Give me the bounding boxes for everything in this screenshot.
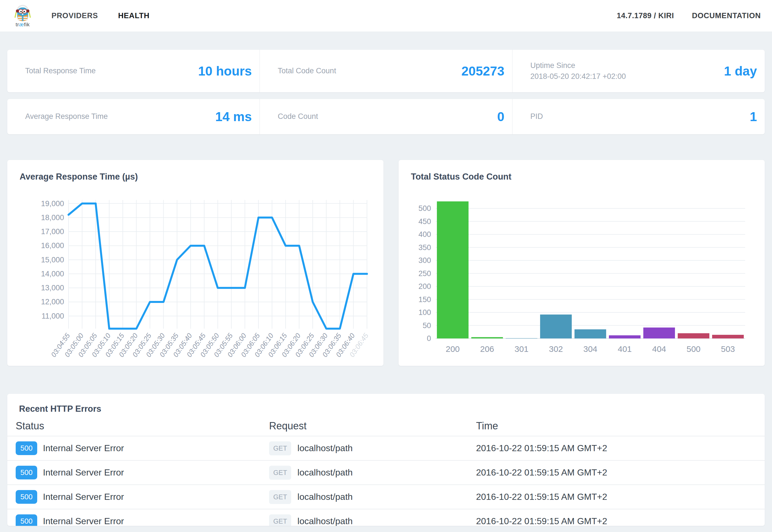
svg-text:17,000: 17,000 — [41, 227, 64, 236]
stat-label: Code Count — [278, 111, 318, 122]
request-path: localhost/path — [297, 516, 352, 526]
recent-http-errors-card: Recent HTTP Errors Status Request Time 5… — [7, 394, 765, 526]
http-method-badge: GET — [269, 441, 291, 455]
status-code-count-title: Total Status Code Count — [411, 172, 752, 182]
error-status-cell: 500 Internal Server Error — [16, 466, 269, 479]
stat-value: 1 — [750, 109, 757, 124]
column-header-request: Request — [269, 420, 476, 432]
svg-text:350: 350 — [418, 243, 431, 252]
error-time: 2016-10-22 01:59:15 AM GMT+2 — [476, 467, 765, 478]
error-status-cell: 500 Internal Server Error — [16, 490, 269, 504]
svg-text:11,000: 11,000 — [41, 312, 64, 320]
error-request-cell: GET localhost/path — [269, 490, 476, 504]
svg-text:250: 250 — [418, 269, 431, 278]
column-header-status: Status — [16, 420, 269, 432]
documentation-link[interactable]: DOCUMENTATION — [692, 11, 761, 20]
svg-text:450: 450 — [418, 217, 431, 226]
avg-response-time-card: Average Response Time (µs) 11,00012,0001… — [7, 160, 383, 366]
error-request-cell: GET localhost/path — [269, 441, 476, 455]
svg-text:200: 200 — [446, 344, 460, 354]
svg-text:0: 0 — [427, 334, 431, 343]
stats-row-2: Average Response Time 14 ms Code Count 0… — [7, 99, 765, 134]
stat-label: PID — [530, 111, 543, 122]
stat-total-response-time: Total Response Time 10 hours — [7, 50, 260, 92]
stat-label: Total Response Time — [25, 65, 96, 76]
svg-text:15,000: 15,000 — [41, 256, 64, 264]
stat-label: Total Code Count — [278, 65, 336, 76]
error-time: 2016-10-22 01:59:15 AM GMT+2 — [476, 492, 765, 502]
version-label: 14.7.1789 / KIRI — [617, 11, 674, 20]
stat-value: 0 — [497, 109, 504, 124]
stat-value: 1 day — [724, 63, 757, 79]
charts-row: Average Response Time (µs) 11,00012,0001… — [7, 160, 765, 366]
nav-right: 14.7.1789 / KIRI DOCUMENTATION — [617, 11, 761, 20]
status-code-badge: 500 — [16, 441, 37, 455]
stat-label: Average Response Time — [25, 111, 108, 122]
svg-text:200: 200 — [418, 282, 431, 291]
errors-table-header: Status Request Time — [7, 416, 765, 436]
stat-total-code-count: Total Code Count 205273 — [260, 50, 512, 92]
http-method-badge: GET — [269, 514, 291, 526]
svg-text:301: 301 — [514, 344, 528, 354]
error-message: Internal Server Error — [43, 443, 124, 453]
svg-text:404: 404 — [652, 344, 666, 354]
request-path: localhost/path — [297, 492, 352, 502]
svg-text:300: 300 — [418, 256, 431, 265]
error-row: 500 Internal Server Error GET localhost/… — [7, 436, 765, 460]
error-message: Internal Server Error — [43, 467, 124, 478]
request-path: localhost/path — [297, 467, 352, 478]
svg-text:503: 503 — [721, 344, 735, 354]
svg-text:12,000: 12,000 — [41, 298, 64, 306]
navbar: træfik PROVIDERS HEALTH 14.7.1789 / KIRI… — [0, 0, 772, 32]
svg-text:400: 400 — [418, 230, 431, 239]
error-row: 500 Internal Server Error GET localhost/… — [7, 460, 765, 484]
recent-http-errors-title: Recent HTTP Errors — [7, 404, 765, 414]
error-row: 500 Internal Server Error GET localhost/… — [7, 484, 765, 509]
status-code-bar-chart: 0501001502002503003504004505002002063013… — [411, 193, 752, 359]
error-time: 2016-10-22 01:59:15 AM GMT+2 — [476, 516, 765, 526]
request-path: localhost/path — [297, 443, 352, 453]
svg-text:302: 302 — [549, 344, 563, 354]
svg-text:206: 206 — [480, 344, 494, 354]
brand-text: træfik — [16, 22, 30, 28]
status-code-badge: 500 — [16, 490, 37, 504]
http-method-badge: GET — [269, 490, 291, 504]
error-message: Internal Server Error — [43, 492, 124, 502]
traefik-gopher-icon — [14, 4, 31, 23]
error-status-cell: 500 Internal Server Error — [16, 441, 269, 455]
error-message: Internal Server Error — [43, 516, 124, 526]
svg-text:100: 100 — [418, 308, 431, 317]
avg-response-time-title: Average Response Time (µs) — [20, 172, 371, 182]
stat-value: 205273 — [462, 63, 505, 79]
nav-item-health[interactable]: HEALTH — [118, 11, 149, 20]
main-content: Total Response Time 10 hours Total Code … — [0, 50, 772, 526]
uptime-datetime: 2018-05-20 20:42:17 +02:00 — [530, 72, 626, 81]
error-request-cell: GET localhost/path — [269, 514, 476, 526]
svg-text:500: 500 — [686, 344, 700, 354]
svg-text:16,000: 16,000 — [41, 241, 64, 250]
svg-text:500: 500 — [418, 204, 431, 213]
traefik-logo[interactable]: træfik — [7, 4, 38, 28]
avg-response-time-line-chart: 11,00012,00013,00014,00015,00016,00017,0… — [20, 193, 369, 359]
svg-text:13,000: 13,000 — [41, 284, 64, 292]
svg-text:50: 50 — [423, 321, 431, 330]
error-request-cell: GET localhost/path — [269, 466, 476, 480]
error-row: 500 Internal Server Error GET localhost/… — [7, 509, 765, 526]
status-code-badge: 500 — [16, 514, 37, 526]
error-time: 2016-10-22 01:59:15 AM GMT+2 — [476, 443, 765, 453]
stat-value: 14 ms — [215, 109, 252, 124]
http-method-badge: GET — [269, 466, 291, 480]
svg-text:19,000: 19,000 — [41, 199, 64, 208]
stat-uptime-since: Uptime Since 2018-05-20 20:42:17 +02:00 … — [512, 50, 765, 92]
svg-text:150: 150 — [418, 295, 431, 304]
stat-pid: PID 1 — [512, 99, 765, 134]
nav-item-providers[interactable]: PROVIDERS — [51, 11, 98, 20]
error-status-cell: 500 Internal Server Error — [16, 514, 269, 526]
svg-text:401: 401 — [618, 344, 632, 354]
stat-value: 10 hours — [198, 63, 252, 79]
nav-links: PROVIDERS HEALTH — [51, 11, 150, 20]
column-header-time: Time — [476, 420, 765, 432]
svg-text:14,000: 14,000 — [41, 270, 64, 278]
stats-row-1: Total Response Time 10 hours Total Code … — [7, 50, 765, 92]
svg-text:304: 304 — [583, 344, 597, 354]
